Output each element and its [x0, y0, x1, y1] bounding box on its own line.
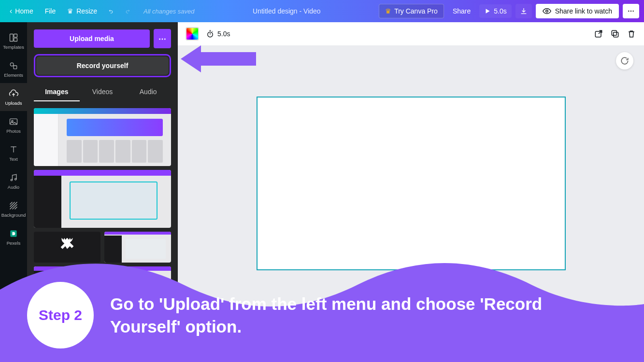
duplicate-page-icon[interactable]	[610, 29, 620, 39]
upload-media-button[interactable]: Upload media	[34, 29, 150, 48]
deer-icon	[56, 236, 78, 258]
rail-background[interactable]: Background	[0, 195, 27, 223]
play-icon	[484, 8, 491, 14]
record-highlight: Record yourself	[34, 54, 171, 77]
chevron-left-icon: ‹	[10, 7, 12, 15]
left-rail: Templates Elements Uploads Photos Text A…	[0, 22, 27, 362]
arrow-left-icon	[179, 44, 256, 73]
undo-button[interactable]	[104, 4, 118, 18]
home-label: Home	[15, 7, 33, 15]
text-icon	[9, 145, 18, 154]
tab-audio[interactable]: Audio	[125, 84, 171, 101]
audio-icon	[9, 173, 18, 182]
delete-page-icon[interactable]	[627, 29, 636, 39]
undo-icon	[109, 7, 114, 15]
tutorial-arrow	[179, 44, 256, 75]
upload-thumb[interactable]	[34, 232, 100, 263]
document-title[interactable]: Untitled design - Video	[253, 7, 321, 15]
share-button[interactable]: Share	[448, 4, 475, 18]
more-horizontal-icon: ⋯	[158, 34, 166, 43]
resize-button[interactable]: ♛ Resize	[62, 4, 102, 18]
eye-icon	[543, 7, 551, 15]
pexels-icon	[9, 229, 18, 238]
svg-point-9	[15, 178, 16, 180]
uploads-icon	[9, 89, 18, 98]
back-button[interactable]: ‹ Home	[5, 4, 38, 18]
crown-icon: ♛	[385, 7, 391, 15]
uploads-grid	[34, 108, 171, 362]
upload-thumb[interactable]	[34, 170, 171, 228]
timeline-play-button[interactable]	[188, 331, 210, 352]
timeline-clip[interactable]	[218, 327, 269, 357]
uploads-panel: Upload media ⋯ Record yourself Images Vi…	[27, 22, 178, 362]
upload-thumb[interactable]	[104, 232, 171, 263]
upload-thumb[interactable]	[34, 266, 171, 311]
stage-toolbar: 5.0s	[178, 22, 644, 45]
svg-point-4	[10, 63, 14, 66]
add-page-button[interactable]: +	[277, 327, 312, 357]
export-page-icon[interactable]	[594, 29, 603, 39]
upload-more-button[interactable]: ⋯	[154, 29, 171, 48]
more-menu-button[interactable]: ⋯	[623, 4, 639, 18]
tab-images[interactable]: Images	[34, 84, 80, 101]
svg-rect-3	[14, 38, 17, 41]
share-link-button[interactable]: Share link to watch	[536, 4, 619, 18]
video-canvas[interactable]	[257, 97, 566, 270]
redo-button[interactable]	[120, 4, 135, 18]
upload-thumb[interactable]	[34, 108, 171, 166]
playhead-icon	[219, 323, 224, 327]
download-icon	[520, 7, 528, 15]
svg-rect-1	[10, 34, 14, 41]
refresh-icon	[620, 56, 629, 65]
plus-icon: +	[292, 335, 298, 348]
photos-icon	[9, 117, 18, 126]
elements-icon	[9, 61, 18, 70]
templates-icon	[9, 33, 18, 42]
rail-text[interactable]: Text	[0, 139, 27, 167]
crown-icon: ♛	[67, 7, 73, 15]
preview-button[interactable]: 5.0s	[479, 4, 511, 18]
rail-pexels[interactable]: Pexels	[0, 223, 27, 251]
tab-videos[interactable]: Videos	[80, 84, 126, 101]
file-menu[interactable]: File	[40, 4, 61, 18]
background-color-picker[interactable]	[186, 27, 199, 41]
svg-rect-5	[14, 66, 17, 69]
page-duration-button[interactable]: 5.0s	[206, 29, 230, 38]
animate-button[interactable]	[616, 52, 633, 70]
svg-point-8	[11, 179, 12, 181]
canvas-area[interactable]	[178, 45, 644, 321]
svg-rect-14	[612, 30, 616, 35]
background-icon	[9, 201, 18, 210]
top-bar: ‹ Home File ♛ Resize All changes saved U…	[0, 0, 644, 22]
svg-rect-2	[14, 34, 17, 37]
stopwatch-icon	[206, 29, 215, 38]
rail-elements[interactable]: Elements	[0, 55, 27, 83]
more-horizontal-icon: ⋯	[628, 7, 634, 15]
rail-uploads[interactable]: Uploads	[0, 83, 27, 111]
record-yourself-button[interactable]: Record yourself	[36, 56, 169, 75]
rail-photos[interactable]: Photos	[0, 111, 27, 139]
try-pro-button[interactable]: ♛ Try Canva Pro	[379, 4, 444, 18]
download-button[interactable]	[515, 4, 532, 18]
rail-audio[interactable]: Audio	[0, 167, 27, 195]
upload-tabs: Images Videos Audio	[34, 84, 171, 101]
redo-icon	[125, 7, 130, 15]
play-icon	[195, 338, 203, 346]
svg-point-0	[545, 10, 548, 13]
svg-rect-13	[614, 32, 618, 37]
rail-templates[interactable]: Templates	[0, 27, 27, 55]
save-status: All changes saved	[143, 8, 195, 15]
timeline: +	[178, 321, 644, 362]
